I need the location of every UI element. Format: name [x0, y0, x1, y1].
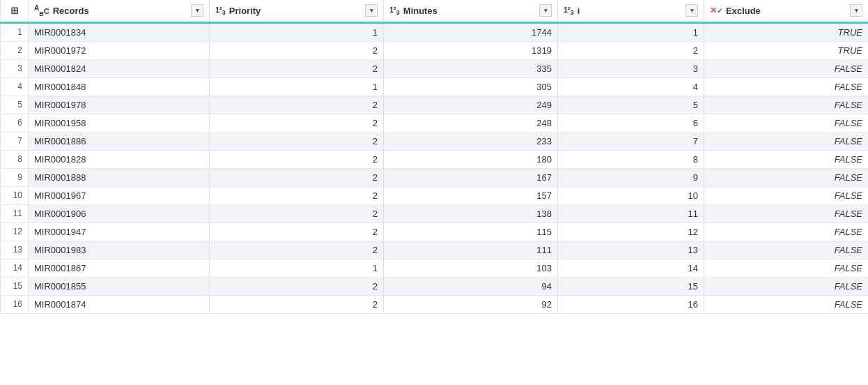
cell-exclude: FALSE: [704, 132, 869, 150]
cell-exclude: FALSE: [704, 277, 869, 295]
minutes-dropdown-btn[interactable]: ▾: [539, 4, 552, 17]
cell-priority: 1: [210, 22, 384, 41]
th-priority: 1²3 Priority ▾: [210, 0, 384, 22]
cell-minutes: 233: [384, 132, 558, 150]
cell-priority: 2: [210, 295, 384, 313]
priority-col-label: Priority: [229, 6, 261, 16]
table-row: 7MIR000188622337FALSE: [1, 132, 869, 150]
priority-dropdown-btn[interactable]: ▾: [365, 4, 378, 17]
cell-exclude: FALSE: [704, 150, 869, 168]
table-row: 5MIR000197822495FALSE: [1, 96, 869, 114]
cell-exclude: FALSE: [704, 186, 869, 204]
cell-priority: 1: [210, 77, 384, 96]
row-number: 6: [1, 114, 29, 132]
cell-priority: 2: [210, 241, 384, 259]
main-table-container: ⊞ ABC Records ▾: [0, 0, 868, 314]
cell-i: 15: [558, 277, 704, 295]
exclude-type-icon: ✕✓: [710, 6, 722, 15]
cell-minutes: 138: [384, 204, 558, 222]
cell-minutes: 305: [384, 77, 558, 96]
th-exclude: ✕✓ Exclude ▾: [704, 0, 869, 22]
cell-priority: 2: [210, 96, 384, 114]
records-dropdown-btn[interactable]: ▾: [191, 4, 203, 17]
cell-i: 5: [558, 96, 704, 114]
cell-i: 9: [558, 168, 704, 186]
cell-records: MIR0001958: [29, 114, 210, 132]
header-row: ⊞ ABC Records ▾: [1, 0, 869, 22]
cell-exclude: FALSE: [704, 77, 869, 96]
corner-cell: ⊞: [1, 0, 29, 22]
th-minutes: 1²3 Minutes ▾: [384, 0, 558, 22]
cell-priority: 1: [210, 259, 384, 277]
cell-minutes: 167: [384, 168, 558, 186]
cell-i: 2: [558, 41, 704, 59]
table-row: 2MIR0001972213192TRUE: [1, 41, 869, 59]
cell-exclude: TRUE: [704, 22, 869, 41]
row-number: 13: [1, 241, 29, 259]
cell-records: MIR0001888: [29, 168, 210, 186]
cell-priority: 2: [210, 150, 384, 168]
th-i: 1²3 i ▾: [558, 0, 704, 22]
i-type-icon: 1²3: [564, 6, 574, 16]
cell-records: MIR0001947: [29, 222, 210, 241]
cell-records: MIR0001906: [29, 204, 210, 222]
table-row: 8MIR000182821808FALSE: [1, 150, 869, 168]
cell-minutes: 111: [384, 241, 558, 259]
cell-i: 10: [558, 186, 704, 204]
table-row: 1MIR0001834117441TRUE: [1, 22, 869, 41]
cell-priority: 2: [210, 59, 384, 77]
cell-records: MIR0001834: [29, 22, 210, 41]
cell-records: MIR0001824: [29, 59, 210, 77]
table-row: 14MIR0001867110314FALSE: [1, 259, 869, 277]
cell-exclude: FALSE: [704, 259, 869, 277]
cell-minutes: 248: [384, 114, 558, 132]
cell-priority: 2: [210, 114, 384, 132]
table-row: 13MIR0001983211113FALSE: [1, 241, 869, 259]
cell-minutes: 1319: [384, 41, 558, 59]
minutes-col-label: Minutes: [403, 6, 437, 16]
cell-minutes: 92: [384, 295, 558, 313]
cell-priority: 2: [210, 222, 384, 241]
table-row: 10MIR0001967215710FALSE: [1, 186, 869, 204]
cell-exclude: FALSE: [704, 241, 869, 259]
row-number: 11: [1, 204, 29, 222]
cell-i: 14: [558, 259, 704, 277]
cell-records: MIR0001972: [29, 41, 210, 59]
cell-exclude: FALSE: [704, 222, 869, 241]
cell-i: 6: [558, 114, 704, 132]
minutes-type-icon: 1²3: [389, 6, 400, 16]
priority-type-icon: 1²3: [215, 6, 226, 16]
cell-i: 13: [558, 241, 704, 259]
cell-records: MIR0001978: [29, 96, 210, 114]
cell-priority: 2: [210, 132, 384, 150]
row-number: 15: [1, 277, 29, 295]
cell-exclude: FALSE: [704, 96, 869, 114]
cell-priority: 2: [210, 186, 384, 204]
table-row: 15MIR000185529415FALSE: [1, 277, 869, 295]
exclude-dropdown-btn[interactable]: ▾: [850, 4, 862, 17]
cell-priority: 2: [210, 204, 384, 222]
cell-minutes: 249: [384, 96, 558, 114]
row-number: 4: [1, 77, 29, 96]
cell-records: MIR0001867: [29, 259, 210, 277]
table-row: 3MIR000182423353FALSE: [1, 59, 869, 77]
table-body: 1MIR0001834117441TRUE2MIR0001972213192TR…: [1, 22, 869, 313]
table-row: 16MIR000187429216FALSE: [1, 295, 869, 313]
cell-minutes: 335: [384, 59, 558, 77]
cell-priority: 2: [210, 277, 384, 295]
cell-i: 4: [558, 77, 704, 96]
row-number: 3: [1, 59, 29, 77]
cell-records: MIR0001983: [29, 241, 210, 259]
cell-exclude: FALSE: [704, 204, 869, 222]
row-number: 2: [1, 41, 29, 59]
records-col-label: Records: [53, 6, 89, 16]
i-col-label: i: [578, 6, 580, 16]
row-number: 14: [1, 259, 29, 277]
i-dropdown-btn[interactable]: ▾: [685, 4, 698, 17]
cell-exclude: FALSE: [704, 59, 869, 77]
row-number: 10: [1, 186, 29, 204]
cell-priority: 2: [210, 41, 384, 59]
cell-i: 3: [558, 59, 704, 77]
data-table: ⊞ ABC Records ▾: [0, 0, 868, 314]
cell-i: 12: [558, 222, 704, 241]
